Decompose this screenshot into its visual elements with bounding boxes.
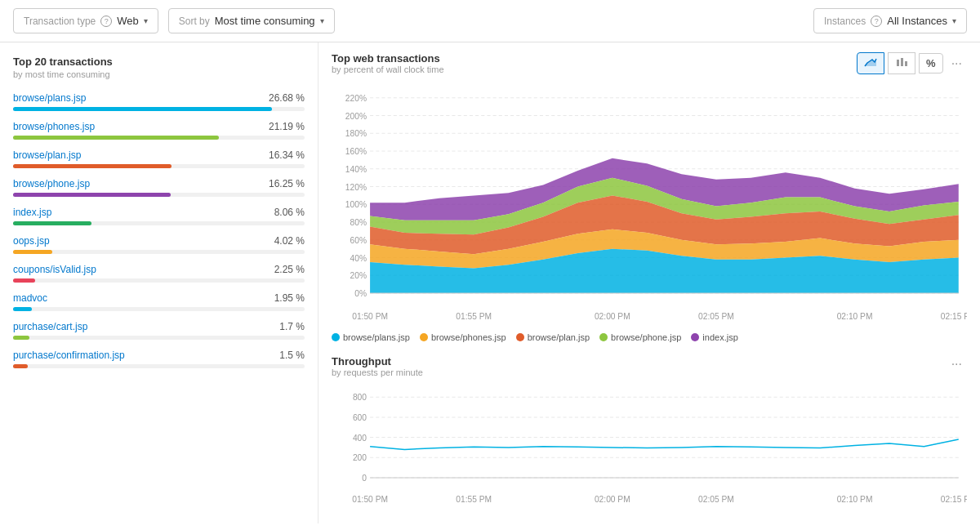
transaction-item: coupons/isValid.jsp 2.25 %	[13, 264, 305, 283]
legend-label: browse/plans.jsp	[343, 332, 410, 342]
transaction-item: browse/plans.jsp 26.68 %	[13, 92, 305, 111]
svg-text:02:15 PM: 02:15 PM	[941, 495, 967, 504]
legend-item: browse/plans.jsp	[332, 332, 410, 342]
instances-info-icon: ?	[871, 16, 882, 27]
transaction-bar-bg	[13, 364, 305, 368]
throughput-subtitle: by requests per minute	[332, 367, 423, 377]
transaction-bar-fill	[13, 278, 35, 283]
svg-text:140%: 140%	[345, 165, 367, 174]
legend-label: browse/phone.jsp	[611, 332, 681, 342]
svg-text:02:05 PM: 02:05 PM	[698, 495, 734, 504]
left-panel: Top 20 transactions by most time consumi…	[0, 42, 318, 523]
transaction-type-dropdown[interactable]: Transaction type ? Web ▾	[13, 8, 158, 33]
transaction-type-info-icon: ?	[100, 16, 112, 27]
legend-color	[420, 333, 428, 341]
transaction-bar-fill	[13, 193, 171, 197]
svg-text:180%: 180%	[345, 129, 367, 138]
svg-text:400: 400	[353, 434, 367, 443]
transaction-name[interactable]: index.jsp	[13, 207, 51, 218]
transaction-pct: 16.34 %	[269, 149, 305, 161]
transaction-type-value: Web	[117, 15, 139, 27]
transaction-name[interactable]: browse/plan.jsp	[13, 149, 81, 161]
transactions-list: browse/plans.jsp 26.68 % browse/phones.j…	[13, 92, 305, 368]
svg-text:02:05 PM: 02:05 PM	[698, 312, 734, 321]
sort-by-dropdown[interactable]: Sort by Most time consuming ▾	[168, 8, 335, 33]
svg-text:01:55 PM: 01:55 PM	[456, 495, 492, 504]
svg-text:120%: 120%	[345, 183, 367, 192]
legend-color	[516, 333, 524, 341]
transaction-bar-bg	[13, 278, 305, 283]
transaction-bar-fill	[13, 164, 172, 168]
instances-dropdown[interactable]: Instances ? All Instances ▾	[813, 8, 967, 33]
svg-text:220%: 220%	[345, 94, 367, 103]
percent-chart-btn[interactable]: %	[919, 53, 943, 73]
legend-color	[691, 333, 699, 341]
transaction-pct: 1.5 %	[279, 350, 305, 361]
throughput-menu-btn[interactable]: ···	[947, 355, 967, 373]
svg-marker-0	[865, 59, 876, 66]
transaction-bar-bg	[13, 336, 305, 340]
left-panel-title: Top 20 transactions	[13, 56, 305, 68]
transaction-name[interactable]: coupons/isValid.jsp	[13, 264, 96, 275]
sort-by-label: Sort by	[179, 16, 210, 27]
svg-text:01:50 PM: 01:50 PM	[352, 312, 388, 321]
transaction-type-label: Transaction type	[24, 16, 96, 27]
transaction-name[interactable]: purchase/confirmation.jsp	[13, 350, 125, 361]
transaction-name[interactable]: madvoc	[13, 292, 47, 304]
transaction-bar-fill	[13, 307, 32, 311]
sort-by-value: Most time consuming	[215, 15, 315, 27]
svg-text:0: 0	[362, 474, 367, 483]
transaction-name[interactable]: oops.jsp	[13, 235, 50, 247]
transaction-pct: 2.25 %	[274, 264, 305, 275]
instances-chevron: ▾	[952, 16, 956, 25]
transaction-bar-bg	[13, 221, 305, 225]
legend-item: index.jsp	[691, 332, 737, 342]
bar-chart-btn[interactable]	[888, 52, 915, 74]
transaction-name[interactable]: purchase/cart.jsp	[13, 321, 87, 332]
transaction-bar-bg	[13, 193, 305, 197]
transaction-name[interactable]: browse/phone.jsp	[13, 178, 90, 189]
left-panel-subtitle: by most time consuming	[13, 69, 305, 79]
top-chart-menu-btn[interactable]: ···	[947, 55, 967, 73]
area-chart-btn[interactable]	[857, 52, 884, 74]
chart-view-controls: %	[857, 52, 943, 74]
transaction-type-chevron: ▾	[144, 16, 148, 25]
chart-legend: browse/plans.jspbrowse/phones.jspbrowse/…	[332, 332, 967, 342]
legend-item: browse/phone.jsp	[599, 332, 681, 342]
throughput-title: Throughput	[332, 355, 423, 367]
right-panel: Top web transactions by percent of wall …	[318, 42, 980, 523]
svg-text:40%: 40%	[350, 254, 367, 263]
transaction-bar-bg	[13, 164, 305, 168]
transaction-bar-bg	[13, 307, 305, 311]
svg-text:02:10 PM: 02:10 PM	[837, 312, 873, 321]
sort-by-chevron: ▾	[320, 16, 324, 25]
svg-text:200: 200	[353, 453, 367, 462]
svg-text:0%: 0%	[354, 289, 367, 298]
transaction-bar-fill	[13, 364, 28, 368]
transaction-bar-bg	[13, 107, 305, 111]
transaction-pct: 8.06 %	[274, 207, 305, 218]
svg-text:60%: 60%	[350, 236, 367, 245]
top-bar: Transaction type ? Web ▾ Sort by Most ti…	[0, 0, 980, 42]
transaction-item: browse/phone.jsp 16.25 %	[13, 178, 305, 197]
transaction-name[interactable]: browse/phones.jsp	[13, 121, 95, 132]
transaction-bar-fill	[13, 250, 52, 254]
transaction-item: purchase/cart.jsp 1.7 %	[13, 321, 305, 340]
svg-text:02:00 PM: 02:00 PM	[595, 312, 630, 321]
area-chart-container: 0%20%40%60%80%100%120%140%160%180%200%22…	[332, 81, 967, 326]
svg-text:80%: 80%	[350, 218, 367, 227]
top-chart-title: Top web transactions	[332, 52, 444, 65]
top-chart-subtitle: by percent of wall clock time	[332, 65, 444, 74]
top-chart-section: Top web transactions by percent of wall …	[332, 52, 967, 342]
svg-text:200%: 200%	[345, 112, 367, 121]
svg-text:02:10 PM: 02:10 PM	[837, 495, 873, 504]
legend-color	[332, 333, 340, 341]
transaction-bar-bg	[13, 250, 305, 254]
throughput-chart-container: 020040060080001:50 PM01:55 PM02:00 PM02:…	[332, 384, 967, 506]
transaction-pct: 21.19 %	[269, 121, 305, 132]
transaction-item: browse/phones.jsp 21.19 %	[13, 121, 305, 140]
transaction-item: madvoc 1.95 %	[13, 292, 305, 311]
legend-label: index.jsp	[702, 332, 737, 342]
transaction-name[interactable]: browse/plans.jsp	[13, 92, 86, 104]
svg-rect-2	[901, 58, 903, 66]
